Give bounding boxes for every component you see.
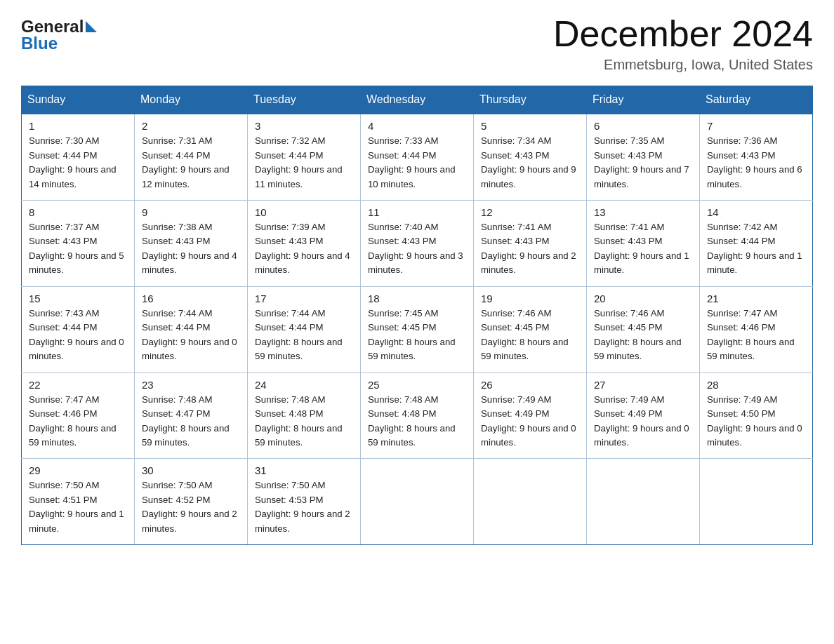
- day-number: 25: [368, 379, 466, 391]
- calendar-cell: 3 Sunrise: 7:32 AMSunset: 4:44 PMDayligh…: [248, 114, 361, 200]
- calendar-cell: 23 Sunrise: 7:48 AMSunset: 4:47 PMDaylig…: [135, 373, 248, 459]
- calendar-week-row: 15 Sunrise: 7:43 AMSunset: 4:44 PMDaylig…: [22, 286, 813, 373]
- day-info: Sunrise: 7:49 AMSunset: 4:49 PMDaylight:…: [594, 394, 689, 448]
- day-number: 21: [707, 293, 805, 304]
- day-info: Sunrise: 7:40 AMSunset: 4:43 PMDaylight:…: [368, 222, 463, 275]
- day-number: 8: [29, 206, 127, 218]
- day-number: 24: [255, 379, 353, 391]
- calendar-cell: 10 Sunrise: 7:39 AMSunset: 4:43 PMDaylig…: [248, 201, 361, 287]
- day-info: Sunrise: 7:30 AMSunset: 4:44 PMDaylight:…: [29, 135, 117, 189]
- calendar-cell: 31 Sunrise: 7:50 AMSunset: 4:53 PMDaylig…: [248, 459, 361, 545]
- day-of-week-header: Thursday: [474, 86, 587, 114]
- day-info: Sunrise: 7:50 AMSunset: 4:51 PMDaylight:…: [29, 480, 124, 533]
- calendar-cell: 22 Sunrise: 7:47 AMSunset: 4:46 PMDaylig…: [22, 373, 135, 459]
- day-number: 27: [594, 379, 692, 391]
- day-of-week-header: Tuesday: [248, 86, 361, 114]
- day-info: Sunrise: 7:31 AMSunset: 4:44 PMDaylight:…: [142, 135, 230, 189]
- day-number: 6: [594, 120, 692, 132]
- day-number: 13: [594, 206, 692, 218]
- calendar-cell: [587, 459, 700, 545]
- calendar-week-row: 22 Sunrise: 7:47 AMSunset: 4:46 PMDaylig…: [22, 373, 813, 459]
- day-number: 19: [481, 293, 579, 304]
- day-info: Sunrise: 7:47 AMSunset: 4:46 PMDaylight:…: [707, 308, 795, 361]
- logo-triangle-icon: [86, 21, 97, 32]
- day-number: 10: [255, 206, 353, 218]
- title-block: December 2024 Emmetsburg, Iowa, United S…: [553, 14, 813, 73]
- day-info: Sunrise: 7:41 AMSunset: 4:43 PMDaylight:…: [594, 222, 689, 275]
- calendar-cell: 13 Sunrise: 7:41 AMSunset: 4:43 PMDaylig…: [587, 201, 700, 287]
- calendar-cell: [361, 459, 474, 545]
- day-info: Sunrise: 7:32 AMSunset: 4:44 PMDaylight:…: [255, 135, 343, 189]
- calendar-cell: 4 Sunrise: 7:33 AMSunset: 4:44 PMDayligh…: [361, 114, 474, 200]
- calendar-cell: 8 Sunrise: 7:37 AMSunset: 4:43 PMDayligh…: [22, 201, 135, 287]
- day-number: 15: [29, 293, 127, 304]
- month-title: December 2024: [553, 14, 813, 54]
- calendar-cell: 15 Sunrise: 7:43 AMSunset: 4:44 PMDaylig…: [22, 286, 135, 373]
- day-info: Sunrise: 7:50 AMSunset: 4:52 PMDaylight:…: [142, 480, 237, 533]
- day-info: Sunrise: 7:50 AMSunset: 4:53 PMDaylight:…: [255, 480, 350, 533]
- day-number: 17: [255, 293, 353, 304]
- calendar-cell: 18 Sunrise: 7:45 AMSunset: 4:45 PMDaylig…: [361, 286, 474, 373]
- calendar-cell: 27 Sunrise: 7:49 AMSunset: 4:49 PMDaylig…: [587, 373, 700, 459]
- day-info: Sunrise: 7:48 AMSunset: 4:48 PMDaylight:…: [255, 394, 343, 448]
- day-number: 7: [707, 120, 805, 132]
- day-number: 18: [368, 293, 466, 304]
- calendar-cell: [474, 459, 587, 545]
- day-info: Sunrise: 7:46 AMSunset: 4:45 PMDaylight:…: [594, 308, 682, 361]
- day-info: Sunrise: 7:46 AMSunset: 4:45 PMDaylight:…: [481, 308, 569, 361]
- day-number: 26: [481, 379, 579, 391]
- day-info: Sunrise: 7:42 AMSunset: 4:44 PMDaylight:…: [707, 222, 802, 275]
- location-text: Emmetsburg, Iowa, United States: [553, 57, 813, 73]
- calendar-cell: 9 Sunrise: 7:38 AMSunset: 4:43 PMDayligh…: [135, 201, 248, 287]
- day-number: 12: [481, 206, 579, 218]
- day-number: 16: [142, 293, 240, 304]
- calendar-cell: 25 Sunrise: 7:48 AMSunset: 4:48 PMDaylig…: [361, 373, 474, 459]
- day-info: Sunrise: 7:47 AMSunset: 4:46 PMDaylight:…: [29, 394, 117, 448]
- calendar-cell: 1 Sunrise: 7:30 AMSunset: 4:44 PMDayligh…: [22, 114, 135, 200]
- calendar-table: SundayMondayTuesdayWednesdayThursdayFrid…: [21, 86, 813, 545]
- calendar-cell: 19 Sunrise: 7:46 AMSunset: 4:45 PMDaylig…: [474, 286, 587, 373]
- calendar-cell: 30 Sunrise: 7:50 AMSunset: 4:52 PMDaylig…: [135, 459, 248, 545]
- day-number: 3: [255, 120, 353, 132]
- day-number: 28: [707, 379, 805, 391]
- day-info: Sunrise: 7:41 AMSunset: 4:43 PMDaylight:…: [481, 222, 576, 275]
- calendar-cell: 17 Sunrise: 7:44 AMSunset: 4:44 PMDaylig…: [248, 286, 361, 373]
- day-of-week-header: Friday: [587, 86, 700, 114]
- day-info: Sunrise: 7:37 AMSunset: 4:43 PMDaylight:…: [29, 222, 124, 275]
- day-number: 11: [368, 206, 466, 218]
- calendar-cell: 14 Sunrise: 7:42 AMSunset: 4:44 PMDaylig…: [700, 201, 813, 287]
- day-number: 9: [142, 206, 240, 218]
- day-number: 20: [594, 293, 692, 304]
- day-number: 5: [481, 120, 579, 132]
- calendar-week-row: 29 Sunrise: 7:50 AMSunset: 4:51 PMDaylig…: [22, 459, 813, 545]
- calendar-cell: [700, 459, 813, 545]
- calendar-cell: 29 Sunrise: 7:50 AMSunset: 4:51 PMDaylig…: [22, 459, 135, 545]
- calendar-cell: 28 Sunrise: 7:49 AMSunset: 4:50 PMDaylig…: [700, 373, 813, 459]
- day-info: Sunrise: 7:36 AMSunset: 4:43 PMDaylight:…: [707, 135, 802, 189]
- day-number: 31: [255, 464, 353, 476]
- page-header: General Blue December 2024 Emmetsburg, I…: [21, 14, 813, 73]
- calendar-cell: 26 Sunrise: 7:49 AMSunset: 4:49 PMDaylig…: [474, 373, 587, 459]
- calendar-cell: 20 Sunrise: 7:46 AMSunset: 4:45 PMDaylig…: [587, 286, 700, 373]
- day-number: 2: [142, 120, 240, 132]
- day-number: 23: [142, 379, 240, 391]
- calendar-cell: 5 Sunrise: 7:34 AMSunset: 4:43 PMDayligh…: [474, 114, 587, 200]
- day-of-week-header: Saturday: [700, 86, 813, 114]
- day-of-week-header: Sunday: [22, 86, 135, 114]
- calendar-cell: 16 Sunrise: 7:44 AMSunset: 4:44 PMDaylig…: [135, 286, 248, 373]
- calendar-header-row: SundayMondayTuesdayWednesdayThursdayFrid…: [22, 86, 813, 114]
- day-info: Sunrise: 7:44 AMSunset: 4:44 PMDaylight:…: [255, 308, 343, 361]
- day-info: Sunrise: 7:44 AMSunset: 4:44 PMDaylight:…: [142, 308, 237, 361]
- day-of-week-header: Wednesday: [361, 86, 474, 114]
- calendar-cell: 21 Sunrise: 7:47 AMSunset: 4:46 PMDaylig…: [700, 286, 813, 373]
- calendar-week-row: 1 Sunrise: 7:30 AMSunset: 4:44 PMDayligh…: [22, 114, 813, 200]
- day-of-week-header: Monday: [135, 86, 248, 114]
- calendar-cell: 6 Sunrise: 7:35 AMSunset: 4:43 PMDayligh…: [587, 114, 700, 200]
- day-info: Sunrise: 7:48 AMSunset: 4:48 PMDaylight:…: [368, 394, 456, 448]
- day-info: Sunrise: 7:45 AMSunset: 4:45 PMDaylight:…: [368, 308, 456, 361]
- day-number: 30: [142, 464, 240, 476]
- day-info: Sunrise: 7:39 AMSunset: 4:43 PMDaylight:…: [255, 222, 350, 275]
- calendar-cell: 2 Sunrise: 7:31 AMSunset: 4:44 PMDayligh…: [135, 114, 248, 200]
- day-info: Sunrise: 7:43 AMSunset: 4:44 PMDaylight:…: [29, 308, 124, 361]
- day-number: 22: [29, 379, 127, 391]
